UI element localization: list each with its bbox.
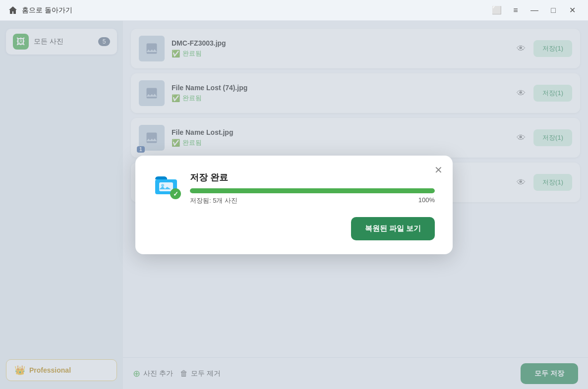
overlay: ✕ ✓ 저장 완료 bbox=[0, 21, 588, 389]
monitor-button[interactable]: ⬜ bbox=[489, 2, 505, 18]
progress-bar-track bbox=[190, 188, 435, 193]
maximize-icon: □ bbox=[551, 6, 556, 15]
dialog-header: ✓ 저장 완료 저장됨: 5개 사진 100% bbox=[153, 171, 435, 205]
close-button[interactable]: ✕ bbox=[564, 2, 580, 18]
home-label: 홈으로 돌아가기 bbox=[22, 6, 72, 15]
dialog-title: 저장 완료 bbox=[190, 171, 435, 183]
progress-percent: 100% bbox=[418, 196, 435, 205]
maximize-button[interactable]: □ bbox=[545, 2, 561, 18]
title-bar: 홈으로 돌아가기 ⬜ ≡ — □ ✕ bbox=[0, 0, 588, 21]
minimize-icon: — bbox=[530, 6, 538, 15]
view-files-button[interactable]: 복원된 파일 보기 bbox=[351, 217, 435, 240]
save-complete-dialog: ✕ ✓ 저장 완료 bbox=[135, 156, 453, 254]
monitor-icon: ⬜ bbox=[492, 5, 502, 15]
dialog-icon-wrap: ✓ bbox=[153, 171, 181, 199]
dialog-text: 저장 완료 저장됨: 5개 사진 100% bbox=[190, 171, 435, 205]
dialog-close-button[interactable]: ✕ bbox=[431, 163, 446, 177]
home-icon bbox=[8, 5, 18, 15]
progress-label: 저장됨: 5개 사진 bbox=[190, 196, 237, 205]
close-icon: ✕ bbox=[569, 5, 576, 15]
menu-button[interactable]: ≡ bbox=[508, 2, 524, 18]
window-controls: ⬜ ≡ — □ ✕ bbox=[489, 2, 580, 18]
dialog-check-badge: ✓ bbox=[170, 188, 181, 199]
progress-info: 저장됨: 5개 사진 100% bbox=[190, 196, 435, 205]
dialog-footer: 복원된 파일 보기 bbox=[153, 217, 435, 240]
menu-icon: ≡ bbox=[513, 6, 518, 15]
home-button[interactable]: 홈으로 돌아가기 bbox=[8, 5, 72, 15]
dialog-close-icon: ✕ bbox=[434, 164, 443, 176]
progress-bar-fill bbox=[190, 188, 435, 193]
minimize-button[interactable]: — bbox=[527, 2, 542, 18]
